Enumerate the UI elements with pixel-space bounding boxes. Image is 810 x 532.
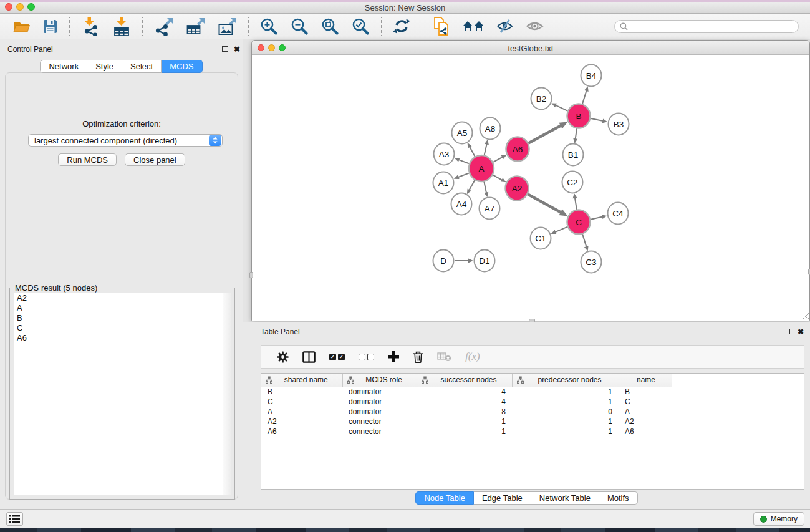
- zoom-in-button[interactable]: [256, 16, 282, 37]
- zoom-selected-button[interactable]: [348, 16, 374, 37]
- graph-node-B2[interactable]: B2: [531, 88, 552, 110]
- zoom-out-button[interactable]: [287, 16, 312, 37]
- task-history-button[interactable]: [6, 512, 23, 526]
- import-table-button[interactable]: [108, 16, 135, 37]
- graph-node-A8[interactable]: A8: [480, 118, 501, 140]
- column-header-name[interactable]: name: [619, 374, 672, 387]
- toolbar-separator: [381, 17, 382, 36]
- column-tree-icon: [266, 376, 272, 384]
- tab-mcds[interactable]: MCDS: [162, 60, 202, 73]
- import-network-button[interactable]: [77, 16, 104, 37]
- app-window: Session: New Session: [0, 0, 810, 532]
- table-row[interactable]: Cdominator41C: [261, 397, 804, 407]
- tab-network[interactable]: Network: [40, 60, 87, 73]
- export-table-button[interactable]: [182, 16, 209, 37]
- tab-node-table[interactable]: Node Table: [415, 491, 474, 505]
- close-panel-button[interactable]: Close panel: [125, 153, 185, 166]
- graph-node-C[interactable]: C: [567, 210, 591, 235]
- graph-node-A1[interactable]: A1: [433, 172, 454, 194]
- tab-motifs[interactable]: Motifs: [599, 491, 638, 505]
- tab-style[interactable]: Style: [87, 60, 122, 73]
- table-row[interactable]: A2connector11A2: [261, 417, 804, 427]
- graph-node-A3[interactable]: A3: [434, 143, 455, 165]
- open-session-button[interactable]: [9, 17, 34, 35]
- column-header-shared-name[interactable]: shared name: [261, 374, 342, 387]
- show-columns-button[interactable]: [296, 351, 322, 363]
- export-table-icon: [186, 17, 205, 36]
- graph-node-C1[interactable]: C1: [531, 228, 551, 249]
- graph-node-A2[interactable]: A2: [506, 177, 529, 201]
- column-header-successor-nodes[interactable]: successor nodes: [417, 374, 512, 387]
- column-header-predecessor-nodes[interactable]: predecessor nodes: [512, 374, 619, 387]
- clone-network-icon: [433, 16, 450, 36]
- mcds-result-item[interactable]: B: [14, 313, 230, 323]
- search-input[interactable]: [631, 22, 793, 31]
- table-row[interactable]: A6connector11A6: [261, 427, 804, 437]
- table-cell: 1: [512, 417, 619, 427]
- graph-edge-A-A1: [454, 173, 469, 180]
- fx-icon: f(x): [465, 351, 480, 363]
- svg-text:A2: A2: [512, 184, 523, 193]
- delete-column-button[interactable]: [406, 351, 430, 363]
- graph-node-B[interactable]: B: [567, 104, 591, 128]
- create-column-button[interactable]: [381, 351, 406, 362]
- select-all-button[interactable]: ✓✓: [322, 354, 352, 360]
- hide-graphics-details-button[interactable]: [493, 17, 517, 35]
- tab-network-table[interactable]: Network Table: [531, 491, 599, 505]
- list-scrollbar[interactable]: [223, 293, 231, 495]
- graph-node-B4[interactable]: B4: [581, 65, 602, 87]
- export-network-button[interactable]: [150, 16, 177, 37]
- mcds-result-item[interactable]: C: [14, 323, 230, 333]
- clone-network-button[interactable]: [430, 15, 454, 37]
- graph-node-A5[interactable]: A5: [452, 122, 473, 144]
- criterion-dropdown-value: largest connected component (directed): [29, 136, 209, 145]
- table-float-icon[interactable]: [784, 329, 790, 334]
- toolbar-separator: [422, 17, 422, 36]
- graph-edge-A-A7: [484, 181, 488, 197]
- resize-grip-icon[interactable]: [800, 311, 809, 319]
- save-session-button[interactable]: [39, 17, 62, 36]
- svg-text:B1: B1: [568, 150, 579, 160]
- graph-node-C2[interactable]: C2: [562, 172, 583, 193]
- graph-node-A7[interactable]: A7: [480, 198, 500, 220]
- show-graphics-details-button[interactable]: [522, 18, 547, 34]
- network-canvas[interactable]: A5A8A3AA1A4A7A6A2B2B4BB3B1C2C4CC1C3DD1: [252, 55, 809, 321]
- refresh-view-button[interactable]: [389, 16, 414, 36]
- delete-table-button[interactable]: [430, 352, 458, 362]
- mcds-result-item[interactable]: A2: [14, 293, 230, 303]
- function-builder-button[interactable]: f(x): [458, 351, 487, 363]
- mcds-result-item[interactable]: A: [14, 303, 230, 313]
- svg-text:B4: B4: [586, 71, 597, 80]
- graph-node-B1[interactable]: B1: [563, 144, 584, 166]
- plus-icon: [388, 351, 399, 362]
- graph-node-C3[interactable]: C3: [581, 251, 602, 273]
- memory-button[interactable]: Memory: [753, 512, 804, 526]
- optimization-criterion-label: Optimization criterion:: [6, 119, 238, 128]
- left-scroll-thumb[interactable]: [249, 272, 253, 278]
- table-settings-button[interactable]: [270, 351, 296, 363]
- run-mcds-button[interactable]: Run MCDS: [58, 153, 117, 166]
- column-header-MCDS-role[interactable]: MCDS role: [342, 374, 417, 387]
- zoom-fit-content-button[interactable]: [317, 16, 343, 37]
- table-close-icon[interactable]: ✖: [798, 329, 804, 335]
- graph-node-C4[interactable]: C4: [608, 203, 629, 225]
- graph-node-B3[interactable]: B3: [609, 114, 629, 135]
- tab-edge-table[interactable]: Edge Table: [474, 491, 531, 505]
- close-panel-icon[interactable]: ✖: [234, 46, 240, 52]
- table-browser-tabs: Node TableEdge TableNetwork TableMotifs: [243, 491, 810, 505]
- mcds-result-item[interactable]: A6: [14, 333, 230, 343]
- table-row[interactable]: Bdominator41B: [261, 387, 804, 397]
- float-panel-icon[interactable]: [222, 46, 228, 52]
- graph-node-D[interactable]: D: [433, 250, 454, 272]
- home-view-button[interactable]: [459, 17, 488, 35]
- unselect-all-button[interactable]: [352, 354, 381, 360]
- table-cell: A6: [261, 427, 342, 437]
- table-row[interactable]: Adominator80A: [261, 407, 804, 417]
- graph-node-D1[interactable]: D1: [475, 250, 495, 272]
- export-image-button[interactable]: [214, 16, 241, 37]
- tab-select[interactable]: Select: [122, 60, 162, 73]
- graph-node-A[interactable]: A: [469, 155, 494, 181]
- graph-node-A4[interactable]: A4: [451, 193, 472, 215]
- criterion-dropdown[interactable]: largest connected component (directed): [28, 134, 223, 147]
- graph-node-A6[interactable]: A6: [506, 137, 529, 162]
